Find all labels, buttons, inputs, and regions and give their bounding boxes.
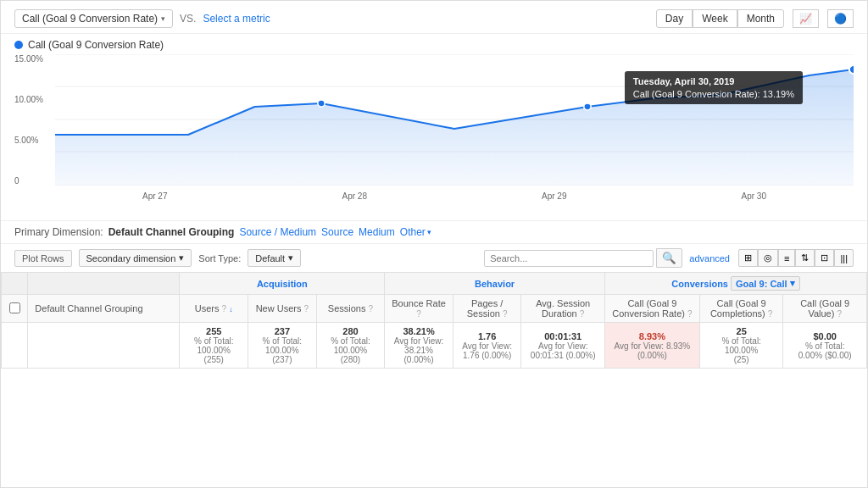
week-button[interactable]: Week (693, 9, 737, 28)
th-conv-rate[interactable]: Call (Goal 9 Conversion Rate) ? (604, 295, 699, 323)
total-check (2, 323, 28, 369)
th-duration[interactable]: Avg. Session Duration ? (521, 295, 605, 323)
svg-point-9 (849, 65, 854, 74)
th-checkbox[interactable] (2, 295, 28, 323)
goal-select-label: Goal 9: Call (736, 279, 787, 289)
total-completions: 25 % of Total: 100.00% (25) (699, 323, 783, 369)
plot-rows-button[interactable]: Plot Rows (14, 250, 72, 267)
compare-view-button[interactable]: ⇅ (795, 249, 815, 267)
users-info-icon: ? (222, 304, 227, 313)
total-duration: 00:01:31 Avg for View: 00:01:31 (0.00%) (521, 323, 605, 369)
th-acquisition: Acquisition (180, 273, 385, 295)
vs-label: VS. (180, 13, 196, 25)
total-conv-rate: 8.93% Avg for View: 8.93% (0.00%) (604, 323, 699, 369)
users-sort-arrow: ↓ (229, 305, 233, 313)
goal-select[interactable]: Goal 9: Call ▾ (731, 276, 800, 291)
dim-other-dropdown[interactable]: Other ▾ (400, 226, 431, 238)
total-sessions: 280 % of Total: 100.00% (280) (316, 323, 385, 369)
total-label (28, 323, 180, 369)
bar-view-button[interactable]: ≡ (778, 249, 795, 267)
total-value: $0.00 % of Total: 0.00% ($0.00) (783, 323, 867, 369)
data-table: Acquisition Behavior Conversions Goal 9:… (1, 272, 867, 369)
column-view-button[interactable]: ||| (834, 249, 854, 267)
new-users-info-icon: ? (303, 304, 309, 313)
th-check (2, 273, 28, 295)
line-chart-icon[interactable]: 📈 (793, 9, 819, 28)
total-new-users-pct: % of Total: 100.00% (237) (255, 336, 309, 364)
total-pages: 1.76 Avg for View: 1.76 (0.00%) (453, 323, 521, 369)
dim-other-label: Other (400, 226, 426, 238)
th-default-channel[interactable]: Default Channel Grouping (28, 295, 180, 323)
primary-dimension-bar: Primary Dimension: Default Channel Group… (1, 220, 867, 244)
dim-medium[interactable]: Medium (359, 226, 395, 238)
select-all-checkbox[interactable] (9, 302, 20, 313)
day-button[interactable]: Day (656, 9, 693, 28)
chart-svg: Tuesday, April 30, 2019 Call (Goal 9 Con… (55, 54, 854, 186)
x-label-3: Apr 29 (542, 191, 566, 201)
pages-info-icon: ? (503, 309, 508, 319)
total-users-pct: % of Total: 100.00% (255) (186, 336, 241, 364)
search-input[interactable] (484, 250, 654, 267)
completions-info-icon: ? (768, 309, 773, 319)
secondary-dimension-dropdown[interactable]: Secondary dimension ▾ (79, 249, 192, 267)
th-value[interactable]: Call (Goal 9 Value) ? (783, 295, 867, 323)
dim-other-arrow: ▾ (427, 228, 431, 236)
x-axis: Apr 27 Apr 28 Apr 29 Apr 30 (55, 191, 854, 202)
dim-default-channel[interactable]: Default Channel Grouping (108, 226, 235, 238)
conv-info-icon: ? (687, 309, 693, 319)
th-sessions[interactable]: Sessions ? (316, 295, 385, 323)
th-bounce[interactable]: Bounce Rate ? (385, 295, 453, 323)
sort-type-dropdown[interactable]: Default ▾ (248, 249, 301, 267)
svg-point-6 (318, 100, 325, 107)
tooltip-value: Call (Goal 9 Conversion Rate): 13.19% (633, 89, 794, 99)
value-info-icon: ? (837, 309, 842, 319)
total-users: 255 % of Total: 100.00% (255) (180, 323, 248, 369)
y-axis: 15.00% 10.00% 5.00% 0 (14, 54, 55, 202)
total-new-users: 237 % of Total: 100.00% (237) (248, 323, 317, 369)
th-channel (28, 273, 180, 295)
dim-source-medium[interactable]: Source / Medium (239, 226, 316, 238)
tooltip-date: Tuesday, April 30, 2019 (633, 76, 794, 86)
advanced-link[interactable]: advanced (689, 253, 730, 263)
metric-dropdown-arrow: ▾ (161, 14, 165, 23)
chart-legend-label: Call (Goal 9 Conversion Rate) (28, 39, 164, 51)
primary-dim-label: Primary Dimension: (14, 226, 103, 238)
metric-label: Call (Goal 9 Conversion Rate) (22, 13, 158, 25)
duration-info-icon: ? (580, 309, 585, 319)
th-behavior: Behavior (385, 273, 605, 295)
th-users[interactable]: Users ? ↓ (180, 295, 248, 323)
total-pages-avg: Avg for View: 1.76 (0.00%) (460, 341, 515, 360)
total-value-pct: % of Total: 0.00% ($0.00) (790, 341, 860, 360)
th-new-users[interactable]: New Users ? (248, 295, 317, 323)
tooltip-metric: Call (Goal 9 Conversion Rate): (633, 89, 760, 99)
th-pages[interactable]: Pages / Session ? (453, 295, 521, 323)
svg-point-7 (584, 103, 591, 110)
pie-chart-icon[interactable]: 🔵 (827, 9, 854, 28)
tooltip-number: 13.19% (763, 89, 794, 99)
chart-tooltip: Tuesday, April 30, 2019 Call (Goal 9 Con… (625, 71, 803, 104)
data-table-wrapper: Acquisition Behavior Conversions Goal 9:… (1, 272, 867, 369)
metric-dropdown[interactable]: Call (Goal 9 Conversion Rate) ▾ (14, 9, 173, 28)
y-axis-label-4: 15.00% (14, 54, 55, 64)
table-row-total: 255 % of Total: 100.00% (255) 237 % of T… (2, 323, 867, 369)
pie-view-button[interactable]: ◎ (758, 249, 778, 267)
pivot-view-button[interactable]: ⊡ (815, 249, 834, 267)
sessions-info-icon: ? (369, 304, 374, 313)
month-button[interactable]: Month (737, 9, 784, 28)
secondary-dim-arrow: ▾ (179, 252, 184, 263)
dim-source[interactable]: Source (321, 226, 353, 238)
goal-select-arrow: ▾ (790, 278, 795, 289)
x-label-4: Apr 30 (742, 191, 766, 201)
search-button[interactable]: 🔍 (656, 248, 682, 268)
total-sessions-pct: % of Total: 100.00% (280) (324, 336, 378, 364)
sort-type-value: Default (255, 253, 285, 263)
th-completions[interactable]: Call (Goal 9 Completions) ? (699, 295, 783, 323)
y-axis-label-3: 10.00% (14, 95, 55, 104)
select-metric-link[interactable]: Select a metric (203, 13, 270, 25)
table-view-button[interactable]: ⊞ (738, 249, 758, 267)
table-controls: Plot Rows Secondary dimension ▾ Sort Typ… (1, 244, 867, 272)
x-label-2: Apr 28 (342, 191, 367, 201)
total-bounce: 38.21% Avg for View: 38.21% (0.00%) (385, 323, 453, 369)
total-bounce-avg: Avg for View: 38.21% (0.00%) (392, 336, 446, 364)
secondary-dim-label: Secondary dimension (86, 253, 176, 263)
